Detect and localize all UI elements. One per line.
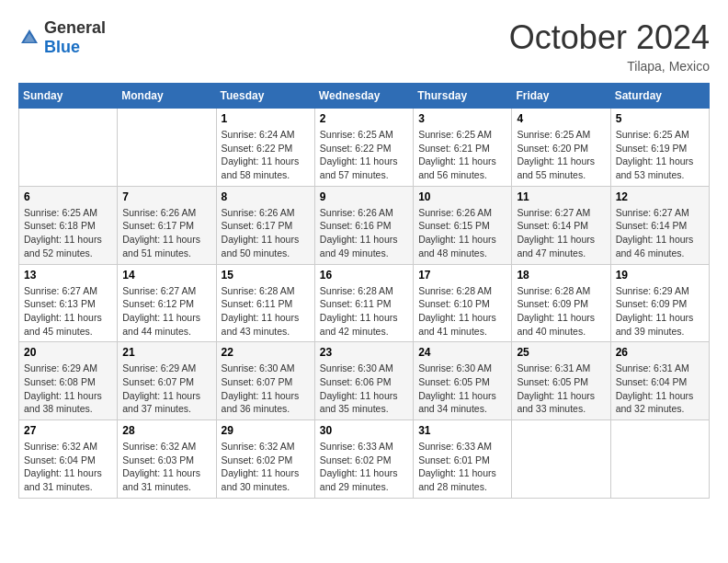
calendar-cell: 24Sunrise: 6:30 AM Sunset: 6:05 PM Dayli… — [414, 342, 512, 420]
day-number: 17 — [418, 269, 506, 282]
day-number: 1 — [222, 112, 310, 125]
month-title: October 2024 — [509, 18, 710, 57]
calendar-cell: 25Sunrise: 6:31 AM Sunset: 6:05 PM Dayli… — [512, 342, 610, 420]
calendar-cell — [19, 109, 118, 187]
calendar-cell: 26Sunrise: 6:31 AM Sunset: 6:04 PM Dayli… — [610, 342, 709, 420]
day-number: 13 — [24, 269, 112, 282]
calendar-cell: 20Sunrise: 6:29 AM Sunset: 6:08 PM Dayli… — [19, 342, 118, 420]
day-info: Sunrise: 6:32 AM Sunset: 6:03 PM Dayligh… — [122, 440, 210, 494]
day-info: Sunrise: 6:27 AM Sunset: 6:13 PM Dayligh… — [24, 284, 112, 339]
calendar-cell: 14Sunrise: 6:27 AM Sunset: 6:12 PM Dayli… — [118, 264, 216, 342]
day-info: Sunrise: 6:30 AM Sunset: 6:07 PM Dayligh… — [222, 362, 310, 416]
title-block: October 2024 Tilapa, Mexico — [509, 18, 710, 74]
calendar-week-row: 27Sunrise: 6:32 AM Sunset: 6:04 PM Dayli… — [19, 420, 710, 499]
day-number: 25 — [517, 346, 605, 359]
day-number: 27 — [24, 424, 112, 437]
calendar-cell: 7Sunrise: 6:26 AM Sunset: 6:17 PM Daylig… — [118, 186, 216, 264]
day-info: Sunrise: 6:30 AM Sunset: 6:06 PM Dayligh… — [320, 362, 408, 416]
day-number: 11 — [517, 190, 605, 203]
calendar-cell — [512, 420, 610, 499]
calendar-cell — [118, 109, 216, 187]
day-number: 15 — [222, 269, 310, 282]
day-info: Sunrise: 6:24 AM Sunset: 6:22 PM Dayligh… — [222, 128, 310, 182]
day-number: 16 — [320, 269, 408, 282]
day-info: Sunrise: 6:31 AM Sunset: 6:04 PM Dayligh… — [616, 362, 704, 416]
day-info: Sunrise: 6:26 AM Sunset: 6:16 PM Dayligh… — [320, 206, 408, 260]
calendar-week-row: 1Sunrise: 6:24 AM Sunset: 6:22 PM Daylig… — [19, 109, 710, 187]
day-info: Sunrise: 6:31 AM Sunset: 6:05 PM Dayligh… — [517, 362, 605, 416]
calendar-cell: 31Sunrise: 6:33 AM Sunset: 6:01 PM Dayli… — [414, 420, 512, 499]
calendar-cell — [610, 420, 709, 499]
calendar-cell: 28Sunrise: 6:32 AM Sunset: 6:03 PM Dayli… — [118, 420, 216, 499]
calendar-week-row: 13Sunrise: 6:27 AM Sunset: 6:13 PM Dayli… — [19, 264, 710, 342]
calendar-body: 1Sunrise: 6:24 AM Sunset: 6:22 PM Daylig… — [19, 109, 710, 499]
calendar-cell: 23Sunrise: 6:30 AM Sunset: 6:06 PM Dayli… — [314, 342, 413, 420]
day-number: 28 — [122, 424, 210, 437]
calendar-cell: 1Sunrise: 6:24 AM Sunset: 6:22 PM Daylig… — [216, 109, 314, 187]
weekday-header-cell: Monday — [118, 84, 216, 109]
calendar-cell: 18Sunrise: 6:28 AM Sunset: 6:09 PM Dayli… — [512, 264, 610, 342]
day-info: Sunrise: 6:26 AM Sunset: 6:15 PM Dayligh… — [418, 206, 506, 260]
day-info: Sunrise: 6:25 AM Sunset: 6:21 PM Dayligh… — [418, 128, 506, 182]
weekday-header-cell: Sunday — [19, 84, 118, 109]
weekday-header-cell: Thursday — [414, 84, 512, 109]
day-info: Sunrise: 6:26 AM Sunset: 6:17 PM Dayligh… — [122, 206, 210, 260]
day-number: 20 — [24, 346, 112, 359]
day-number: 14 — [122, 269, 210, 282]
day-number: 8 — [222, 190, 310, 203]
calendar-cell: 21Sunrise: 6:29 AM Sunset: 6:07 PM Dayli… — [118, 342, 216, 420]
day-number: 26 — [616, 346, 704, 359]
day-number: 12 — [616, 190, 704, 203]
calendar-table: SundayMondayTuesdayWednesdayThursdayFrid… — [18, 83, 710, 499]
day-info: Sunrise: 6:25 AM Sunset: 6:22 PM Dayligh… — [320, 128, 408, 182]
day-info: Sunrise: 6:29 AM Sunset: 6:09 PM Dayligh… — [616, 284, 704, 339]
calendar-cell: 6Sunrise: 6:25 AM Sunset: 6:18 PM Daylig… — [19, 186, 118, 264]
calendar-cell: 27Sunrise: 6:32 AM Sunset: 6:04 PM Dayli… — [19, 420, 118, 499]
day-number: 21 — [122, 346, 210, 359]
day-number: 6 — [24, 190, 112, 203]
calendar-cell: 13Sunrise: 6:27 AM Sunset: 6:13 PM Dayli… — [19, 264, 118, 342]
calendar-cell: 19Sunrise: 6:29 AM Sunset: 6:09 PM Dayli… — [610, 264, 709, 342]
calendar-cell: 16Sunrise: 6:28 AM Sunset: 6:11 PM Dayli… — [314, 264, 413, 342]
day-number: 23 — [320, 346, 408, 359]
day-info: Sunrise: 6:28 AM Sunset: 6:11 PM Dayligh… — [222, 284, 310, 339]
day-number: 7 — [122, 190, 210, 203]
calendar-cell: 29Sunrise: 6:32 AM Sunset: 6:02 PM Dayli… — [216, 420, 314, 499]
day-info: Sunrise: 6:29 AM Sunset: 6:08 PM Dayligh… — [24, 362, 112, 416]
day-number: 9 — [320, 190, 408, 203]
day-info: Sunrise: 6:28 AM Sunset: 6:09 PM Dayligh… — [517, 284, 605, 339]
day-number: 29 — [222, 424, 310, 437]
page-header: General Blue October 2024 Tilapa, Mexico — [18, 18, 710, 74]
logo-icon — [18, 27, 40, 49]
day-info: Sunrise: 6:32 AM Sunset: 6:04 PM Dayligh… — [24, 440, 112, 494]
calendar-cell: 9Sunrise: 6:26 AM Sunset: 6:16 PM Daylig… — [314, 186, 413, 264]
weekday-header-cell: Tuesday — [216, 84, 314, 109]
day-info: Sunrise: 6:28 AM Sunset: 6:10 PM Dayligh… — [418, 284, 506, 339]
day-info: Sunrise: 6:33 AM Sunset: 6:01 PM Dayligh… — [418, 440, 506, 494]
calendar-cell: 17Sunrise: 6:28 AM Sunset: 6:10 PM Dayli… — [414, 264, 512, 342]
weekday-header-row: SundayMondayTuesdayWednesdayThursdayFrid… — [19, 84, 710, 109]
weekday-header-cell: Saturday — [610, 84, 709, 109]
day-info: Sunrise: 6:26 AM Sunset: 6:17 PM Dayligh… — [222, 206, 310, 260]
day-number: 22 — [222, 346, 310, 359]
logo-blue: Blue — [44, 38, 80, 56]
day-number: 30 — [320, 424, 408, 437]
calendar-cell: 12Sunrise: 6:27 AM Sunset: 6:14 PM Dayli… — [610, 186, 709, 264]
day-number: 24 — [418, 346, 506, 359]
day-number: 5 — [616, 112, 704, 125]
logo: General Blue — [18, 18, 106, 57]
day-info: Sunrise: 6:29 AM Sunset: 6:07 PM Dayligh… — [122, 362, 210, 416]
day-info: Sunrise: 6:25 AM Sunset: 6:20 PM Dayligh… — [517, 128, 605, 182]
day-number: 4 — [517, 112, 605, 125]
calendar-cell: 4Sunrise: 6:25 AM Sunset: 6:20 PM Daylig… — [512, 109, 610, 187]
calendar-cell: 3Sunrise: 6:25 AM Sunset: 6:21 PM Daylig… — [414, 109, 512, 187]
weekday-header-cell: Friday — [512, 84, 610, 109]
logo-general: General — [44, 18, 106, 37]
day-number: 19 — [616, 269, 704, 282]
day-info: Sunrise: 6:28 AM Sunset: 6:11 PM Dayligh… — [320, 284, 408, 339]
calendar-week-row: 6Sunrise: 6:25 AM Sunset: 6:18 PM Daylig… — [19, 186, 710, 264]
day-number: 10 — [418, 190, 506, 203]
day-info: Sunrise: 6:30 AM Sunset: 6:05 PM Dayligh… — [418, 362, 506, 416]
day-number: 31 — [418, 424, 506, 437]
day-info: Sunrise: 6:27 AM Sunset: 6:14 PM Dayligh… — [616, 206, 704, 260]
